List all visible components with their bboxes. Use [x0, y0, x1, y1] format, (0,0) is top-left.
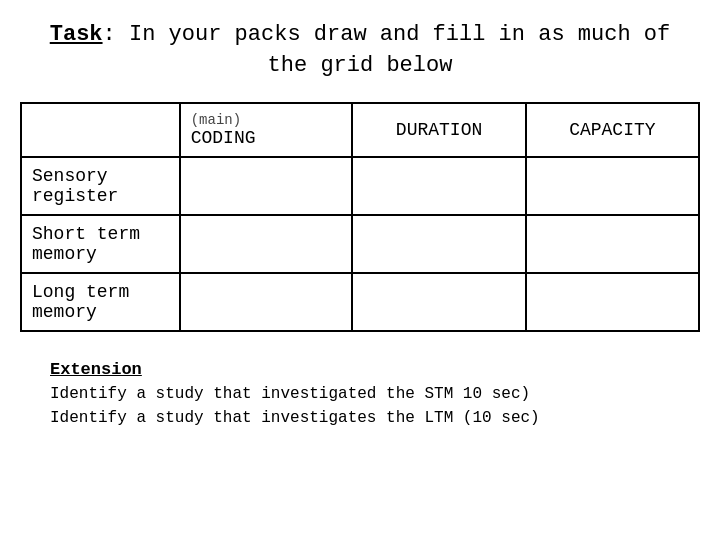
sensory-register-duration [352, 157, 525, 215]
short-term-memory-duration [352, 215, 525, 273]
extension-section: Extension Identify a study that investig… [50, 357, 720, 431]
title-rest: : In your packs draw and fill in as much… [103, 22, 671, 78]
grid-wrapper: (main) CODING DURATION CAPACITY Sensory … [20, 102, 700, 332]
table-row: Sensory register [21, 157, 699, 215]
table-row: Short term memory [21, 215, 699, 273]
sensory-register-capacity [526, 157, 699, 215]
short-term-memory-capacity [526, 215, 699, 273]
extension-body: Identify a study that investigated the S… [50, 382, 720, 430]
header-col-capacity: CAPACITY [526, 103, 699, 157]
short-term-memory-label: Short term memory [21, 215, 180, 273]
header-col-coding: (main) CODING [180, 103, 353, 157]
coding-main-label: CODING [191, 128, 342, 148]
extension-line2: Identify a study that investigates the L… [50, 406, 720, 430]
table-header-row: (main) CODING DURATION CAPACITY [21, 103, 699, 157]
long-term-memory-label: Long term memory [21, 273, 180, 331]
long-term-memory-coding [180, 273, 353, 331]
table-row: Long term memory [21, 273, 699, 331]
coding-sub-label: (main) [191, 112, 342, 128]
long-term-memory-capacity [526, 273, 699, 331]
sensory-register-coding [180, 157, 353, 215]
short-term-memory-coding [180, 215, 353, 273]
header-col-duration: DURATION [352, 103, 525, 157]
extension-line1: Identify a study that investigated the S… [50, 382, 720, 406]
memory-table: (main) CODING DURATION CAPACITY Sensory … [20, 102, 700, 332]
page-container: Task: In your packs draw and fill in as … [0, 0, 720, 540]
sensory-register-label: Sensory register [21, 157, 180, 215]
long-term-memory-duration [352, 273, 525, 331]
header-col-label [21, 103, 180, 157]
extension-title: Extension [50, 357, 720, 383]
page-title: Task: In your packs draw and fill in as … [30, 20, 690, 82]
title-task-word: Task [50, 22, 103, 47]
